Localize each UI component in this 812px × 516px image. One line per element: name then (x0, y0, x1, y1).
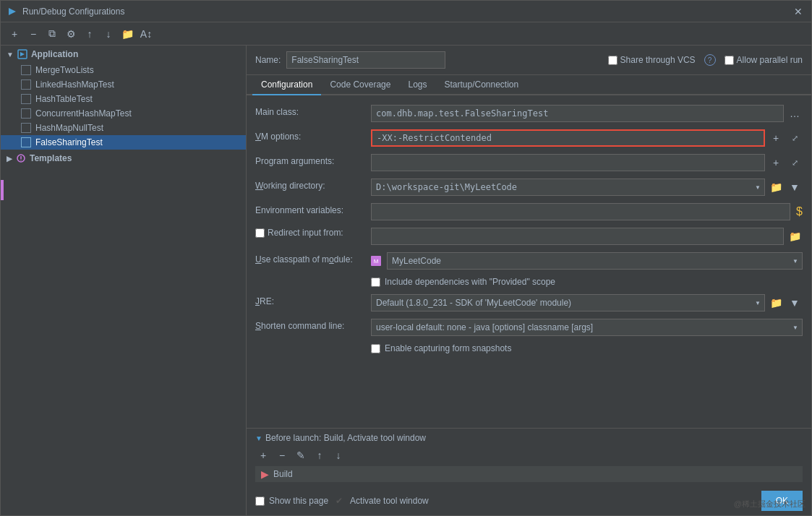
templates-icon (15, 152, 27, 164)
vm-options-label: VM options: (255, 129, 371, 142)
vm-options-add-button[interactable]: + (768, 130, 784, 146)
main-class-control: … (371, 105, 803, 122)
shorten-cmd-select-wrapper: user-local default: none - java [options… (371, 319, 803, 336)
remove-config-button[interactable]: − (25, 26, 41, 42)
before-launch-up-button[interactable]: ↑ (312, 447, 328, 463)
working-dir-input[interactable] (371, 179, 765, 196)
redirect-input-label: Redirect input from: (268, 228, 343, 238)
main-class-input[interactable] (371, 105, 784, 122)
shorten-cmd-select[interactable]: user-local default: none - java [options… (371, 319, 803, 336)
sidebar-item-mergetwo[interactable]: MergeTwoLists (1, 63, 246, 77)
svg-point-5 (20, 160, 21, 160)
copy-config-button[interactable]: ⧉ (44, 26, 60, 42)
program-args-label: Program arguments: (255, 154, 371, 166)
working-dir-dropdown-button[interactable]: ▼ (787, 179, 803, 195)
env-vars-dollar-button[interactable]: $ (796, 205, 803, 218)
close-button[interactable]: ✕ (791, 4, 805, 19)
name-input[interactable] (286, 51, 445, 69)
classpath-row: Use classpath of module: M MyLeetCode (247, 249, 811, 273)
title-bar: Run/Debug Configurations ✕ (1, 1, 811, 22)
shorten-cmd-row: Shorten command line: user-local default… (247, 315, 811, 340)
redirect-input-control: 📁 (371, 228, 803, 245)
application-section[interactable]: ▼ Application (1, 46, 246, 63)
jre-row: JRE: Default (1.8.0_231 - SDK of 'MyLeet… (247, 291, 811, 315)
before-launch-down-button[interactable]: ↓ (330, 447, 346, 463)
help-icon[interactable]: ? (704, 54, 716, 66)
add-config-button[interactable]: + (7, 26, 22, 42)
allow-parallel-checkbox[interactable] (725, 56, 734, 65)
application-label: Application (31, 49, 78, 59)
env-vars-input[interactable] (371, 203, 790, 220)
folder-button[interactable]: 📁 (119, 26, 135, 42)
svg-marker-0 (9, 8, 16, 15)
sidebar-item-linkedhashmap[interactable]: LinkedHashMapTest (1, 77, 246, 92)
module-select-wrapper: MyLeetCode (387, 252, 803, 270)
tab-logs[interactable]: Logs (399, 75, 435, 95)
build-label: Build (273, 469, 293, 479)
move-down-button[interactable]: ↓ (101, 26, 116, 42)
jre-folder-button[interactable]: 📁 (768, 295, 784, 311)
program-args-add-button[interactable]: + (768, 155, 784, 171)
watermark: @稀土掘金技术社区 (734, 499, 805, 509)
vm-options-input[interactable] (371, 129, 765, 147)
jre-dropdown-button[interactable]: ▼ (787, 295, 803, 311)
redirect-input-input[interactable] (371, 228, 784, 245)
name-label: Name: (255, 55, 281, 65)
before-launch-header: ▼ Before launch: Build, Activate tool wi… (255, 433, 803, 443)
module-select[interactable]: MyLeetCode (387, 252, 803, 270)
classpath-control: M MyLeetCode (371, 252, 803, 270)
jre-label: JRE: (255, 294, 371, 306)
application-icon (17, 48, 28, 60)
module-icon: M (371, 256, 381, 266)
config-toolbar: + − ⧉ ⚙ ↑ ↓ 📁 A↕ (1, 22, 811, 46)
settings-button[interactable]: ⚙ (63, 26, 79, 42)
config-icon (21, 137, 31, 147)
bottom-bar: Show this page ✔ Activate tool window OK (247, 486, 811, 515)
sidebar-item-concurrenthashmap[interactable]: ConcurrentHashMapTest (1, 106, 246, 121)
sort-button[interactable]: A↕ (138, 26, 154, 42)
main-class-browse-button[interactable]: … (787, 106, 803, 121)
show-page-checkbox[interactable] (255, 496, 265, 506)
redirect-input-folder-button[interactable]: 📁 (787, 228, 803, 244)
shorten-cmd-label: Shorten command line: (255, 319, 371, 331)
build-icon: ▶ (261, 468, 269, 480)
config-icon (21, 65, 31, 75)
main-class-label: Main class: (255, 105, 371, 117)
allow-parallel-label[interactable]: Allow parallel run (725, 55, 803, 65)
config-icon (21, 94, 31, 104)
sidebar-item-falsesharing[interactable]: FalseSharingTest (1, 135, 246, 150)
jre-select[interactable]: Default (1.8.0_231 - SDK of 'MyLeetCode'… (371, 294, 765, 311)
tab-configuration[interactable]: Configuration (252, 75, 321, 95)
working-dir-label: Working directory: (255, 179, 371, 191)
program-args-input[interactable] (371, 154, 765, 171)
working-dir-folder-button[interactable]: 📁 (768, 179, 784, 195)
share-vcs-checkbox[interactable] (608, 56, 617, 65)
program-args-control: + ⤢ (371, 154, 803, 171)
include-deps-label: Include dependencies with "Provided" sco… (385, 277, 555, 287)
before-launch-edit-button[interactable]: ✎ (293, 447, 309, 463)
env-vars-control: $ (371, 203, 803, 220)
before-launch-add-button[interactable]: + (255, 447, 271, 463)
program-args-expand-button[interactable]: ⤢ (787, 155, 803, 171)
templates-section[interactable]: ▶ Templates (1, 150, 246, 167)
share-vcs-label[interactable]: Share through VCS (608, 55, 696, 65)
before-launch-toolbar: + − ✎ ↑ ↓ (255, 447, 803, 463)
redirect-input-checkbox[interactable] (255, 228, 265, 238)
config-icon (21, 108, 31, 119)
before-launch-remove-button[interactable]: − (274, 447, 290, 463)
expand-arrow-templates: ▶ (7, 155, 12, 163)
enable-snapshots-checkbox[interactable] (371, 344, 380, 353)
sidebar-item-hashtable[interactable]: HashTableTest (1, 92, 246, 106)
collapse-arrow[interactable]: ▼ (255, 434, 262, 442)
tab-code-coverage[interactable]: Code Coverage (321, 75, 399, 95)
main-content: ▼ Application MergeTwoLists LinkedHashMa… (1, 46, 811, 515)
include-deps-checkbox[interactable] (371, 278, 380, 287)
dialog-title: Run/Debug Configurations (22, 7, 791, 17)
enable-snapshots-label: Enable capturing form snapshots (385, 343, 511, 353)
sidebar-item-hashmapnull[interactable]: HashMapNullTest (1, 121, 246, 135)
vm-options-expand-button[interactable]: ⤢ (787, 130, 803, 146)
tab-startup-connection[interactable]: Startup/Connection (435, 75, 527, 95)
move-up-button[interactable]: ↑ (82, 26, 98, 42)
working-dir-row: Working directory: 📁 ▼ (247, 175, 811, 199)
sidebar: ▼ Application MergeTwoLists LinkedHashMa… (1, 46, 247, 515)
